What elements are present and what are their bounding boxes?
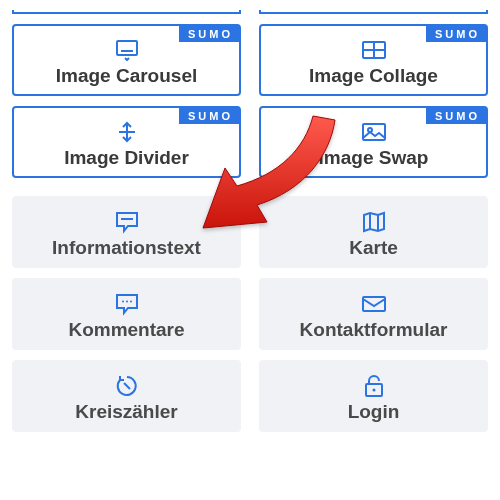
card-label: Karte bbox=[349, 237, 398, 259]
sumo-badge: SUMO bbox=[426, 26, 486, 42]
svg-rect-15 bbox=[363, 297, 385, 311]
card-label: Informationstext bbox=[52, 237, 201, 259]
carousel-icon bbox=[114, 37, 140, 63]
circle-counter-icon bbox=[115, 373, 139, 399]
module-card-kommentare[interactable]: Kommentare bbox=[12, 278, 241, 350]
svg-rect-0 bbox=[117, 41, 137, 55]
unlock-icon bbox=[363, 373, 385, 399]
speech-bubble-icon bbox=[114, 209, 140, 235]
svg-rect-7 bbox=[363, 124, 385, 140]
sumo-badge: SUMO bbox=[426, 108, 486, 124]
partial-card-stub bbox=[12, 10, 241, 14]
module-card-image-collage[interactable]: SUMO Image Collage bbox=[259, 24, 488, 96]
sumo-badge: SUMO bbox=[179, 26, 239, 42]
envelope-icon bbox=[361, 291, 387, 317]
card-label: Kontaktformular bbox=[300, 319, 448, 341]
svg-point-13 bbox=[126, 301, 128, 303]
svg-point-12 bbox=[122, 301, 124, 303]
partial-card-stub bbox=[259, 10, 488, 14]
image-icon bbox=[361, 119, 387, 145]
module-card-image-swap[interactable]: SUMO Image Swap bbox=[259, 106, 488, 178]
svg-point-18 bbox=[372, 389, 375, 392]
map-icon bbox=[361, 209, 387, 235]
module-card-login[interactable]: Login bbox=[259, 360, 488, 432]
comment-icon bbox=[114, 291, 140, 317]
sumo-badge: SUMO bbox=[179, 108, 239, 124]
card-label: Image Divider bbox=[64, 147, 189, 169]
divider-icon bbox=[117, 119, 137, 145]
card-label: Image Collage bbox=[309, 65, 438, 87]
svg-line-16 bbox=[124, 383, 130, 389]
module-card-kontaktformular[interactable]: Kontaktformular bbox=[259, 278, 488, 350]
grid-icon bbox=[361, 37, 387, 63]
partial-row-above bbox=[12, 10, 488, 14]
module-card-informationstext[interactable]: Informationstext bbox=[12, 196, 241, 268]
card-label: Login bbox=[348, 401, 400, 423]
module-card-image-carousel[interactable]: SUMO Image Carousel bbox=[12, 24, 241, 96]
card-label: Kommentare bbox=[68, 319, 184, 341]
module-card-kreiszaehler[interactable]: Kreiszähler bbox=[12, 360, 241, 432]
svg-point-14 bbox=[130, 301, 132, 303]
module-card-image-divider[interactable]: SUMO Image Divider bbox=[12, 106, 241, 178]
card-label: Image Swap bbox=[319, 147, 429, 169]
card-label: Kreiszähler bbox=[75, 401, 177, 423]
module-card-karte[interactable]: Karte bbox=[259, 196, 488, 268]
card-label: Image Carousel bbox=[56, 65, 198, 87]
